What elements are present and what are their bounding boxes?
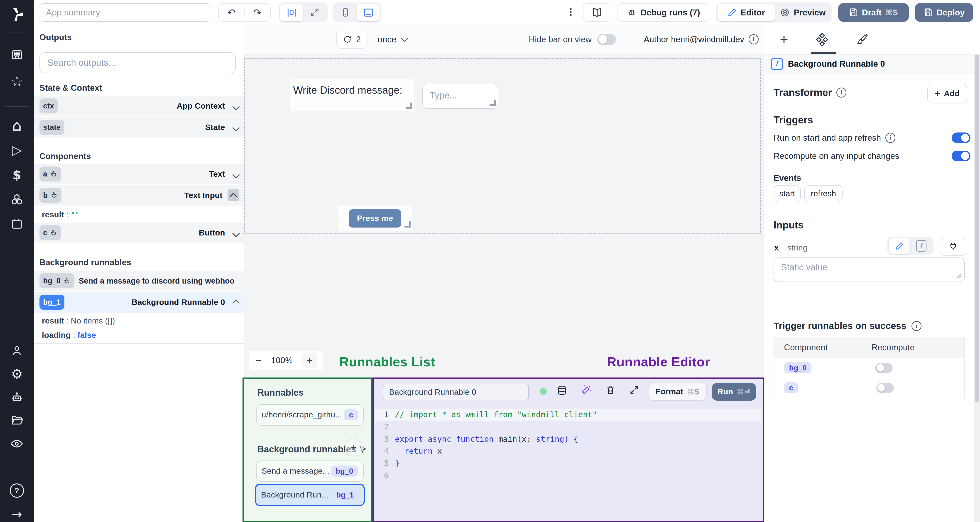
distribute-horizontal-button[interactable] (280, 4, 303, 21)
info-icon[interactable]: i (749, 34, 759, 45)
connect-plug-button[interactable] (940, 237, 966, 256)
runs-play-icon[interactable]: ▷ (0, 139, 34, 161)
chevron-down-icon[interactable] (234, 227, 239, 239)
folder-open-icon[interactable] (0, 410, 34, 431)
scrollbar-thumb[interactable] (975, 54, 979, 402)
mobile-view-button[interactable] (334, 4, 357, 21)
redo-button[interactable]: ↷ (244, 7, 270, 18)
hand-pointer-icon (63, 277, 70, 285)
desktop-view-button[interactable] (357, 4, 380, 21)
home-icon[interactable]: ⌂ (0, 115, 34, 136)
bg0-row[interactable]: bg_0 Send a message to discord using web… (34, 271, 244, 291)
divider (34, 343, 244, 344)
interval-dropdown[interactable]: once (377, 30, 407, 49)
robot-icon[interactable] (0, 387, 34, 408)
bg1-loading: loading : false (42, 331, 96, 340)
cubes-icon[interactable] (0, 189, 34, 210)
info-icon[interactable]: i (885, 133, 896, 143)
eye-icon[interactable] (0, 433, 34, 454)
apps-board-icon[interactable] (0, 45, 34, 66)
runnable-item-bg0[interactable]: Send a message... bg_0 (256, 460, 364, 482)
static-mode-pencil-button[interactable] (889, 238, 910, 254)
cache-icon[interactable] (557, 385, 567, 396)
triggers-title: Triggers (773, 115, 813, 126)
search-outputs-input[interactable] (40, 53, 236, 73)
info-icon[interactable]: i (912, 321, 922, 331)
zoom-in-button[interactable]: + (302, 353, 317, 368)
recompute-toggle[interactable] (951, 151, 970, 161)
tab-preview[interactable]: Preview (775, 4, 830, 21)
textarea-resize-icon[interactable] (956, 273, 962, 279)
chevron-down-icon[interactable] (234, 100, 239, 111)
delete-icon[interactable] (606, 385, 616, 395)
refresh-count-button[interactable]: 2 (336, 30, 368, 49)
state-context-title: State & Context (40, 83, 102, 93)
row-bg0-toggle[interactable] (875, 363, 892, 373)
ai-wand-icon[interactable] (581, 384, 592, 396)
format-shortcut: ⌘S (687, 387, 700, 396)
component-b-result: result : "" (42, 210, 80, 220)
resize-handle[interactable] (404, 221, 410, 228)
kebab-menu[interactable]: ⋮ (566, 6, 576, 18)
fullscreen-button[interactable] (303, 4, 326, 21)
state-row[interactable]: state State (34, 117, 244, 137)
docs-button[interactable] (583, 3, 611, 22)
component-b-row[interactable]: b Text Input (34, 185, 244, 206)
runnable-item-bg1-selected[interactable]: Background Run... bg_1 (255, 484, 365, 506)
ctx-row[interactable]: ctx App Context (34, 96, 244, 116)
event-refresh-pill[interactable]: refresh (804, 185, 843, 202)
deploy-button[interactable]: Deploy (915, 3, 973, 22)
theme-tab-brush-icon[interactable] (856, 33, 869, 46)
resize-handle[interactable] (490, 100, 496, 106)
static-value-input[interactable] (781, 262, 956, 277)
chevron-down-icon[interactable] (234, 122, 239, 133)
undo-button[interactable]: ↶ (219, 7, 244, 18)
bg1-row-selected[interactable]: bg_1 Background Runnable 0 (34, 292, 244, 313)
hide-bar-toggle[interactable] (597, 34, 616, 45)
dollar-icon[interactable]: $ (0, 164, 34, 186)
user-icon[interactable] (0, 340, 34, 361)
settings-tab-icon[interactable] (816, 33, 829, 46)
run-button[interactable]: Run ⌘⏎ (712, 383, 756, 400)
insert-tab-plus-icon[interactable]: + (780, 31, 788, 48)
info-icon[interactable]: i (837, 88, 846, 98)
hand-pointer-icon (50, 170, 57, 178)
runnable-name-input[interactable] (383, 384, 528, 400)
windmill-logo[interactable] (0, 4, 34, 25)
component-a-row[interactable]: a Text (34, 164, 244, 185)
text-component[interactable]: Write Discord message: (290, 79, 414, 111)
row-c-toggle[interactable] (876, 383, 894, 393)
runnable-item-script[interactable]: u/henri/scrape_githu... c (256, 404, 364, 426)
app-summary-input[interactable] (39, 3, 211, 22)
zoom-out-button[interactable]: − (256, 354, 262, 366)
code-editor[interactable]: 1// import * as wmill from "windmill-cli… (375, 409, 761, 482)
chevron-up-icon[interactable] (234, 296, 239, 308)
chevron-up-icon[interactable] (228, 189, 239, 201)
chevron-down-icon[interactable] (234, 168, 239, 180)
annotation-runnable-editor: Runnable Editor (607, 354, 710, 369)
transformer-title: Transformer (773, 87, 832, 98)
calendar-icon[interactable] (0, 213, 34, 234)
tab-editor[interactable]: Editor (718, 4, 775, 21)
textinput-component[interactable] (422, 84, 498, 109)
inspector-panel: + f Background Runnable 0 Transformer i … (764, 25, 980, 522)
run-on-start-toggle[interactable] (951, 132, 970, 143)
component-c-row[interactable]: c Button (34, 223, 244, 243)
expand-editor-icon[interactable] (629, 385, 639, 395)
debug-runs-button[interactable]: Debug runs (7) (617, 3, 710, 22)
collapse-arrow-icon[interactable]: → (0, 504, 34, 522)
draft-button[interactable]: Draft ⌘S (838, 3, 909, 22)
event-start-pill[interactable]: start (773, 185, 801, 202)
eval-mode-function-button[interactable]: f (910, 238, 932, 254)
scrollbar-track[interactable] (974, 54, 980, 522)
format-button[interactable]: Format ⌘S (649, 383, 706, 400)
star-icon[interactable]: ☆ (0, 70, 34, 92)
add-bg-runnable-button[interactable]: + (345, 439, 363, 457)
add-transformer-button[interactable]: +Add (928, 84, 967, 103)
col-component: Component (784, 342, 872, 352)
gear-icon[interactable]: ⚙ (0, 363, 34, 385)
resize-handle[interactable] (406, 103, 412, 109)
discord-message-input[interactable] (423, 84, 485, 107)
help-icon[interactable]: ? (0, 480, 34, 501)
press-me-button[interactable]: Press me (349, 209, 401, 228)
